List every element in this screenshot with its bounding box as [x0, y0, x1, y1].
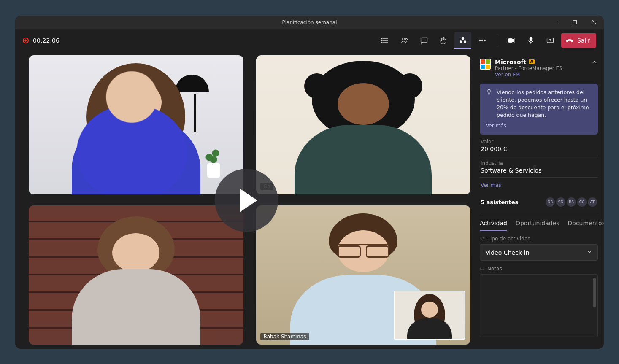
company-subtitle: Partner - ForceManager ES	[495, 65, 587, 71]
account-type-badge: A	[529, 59, 535, 64]
participant-video	[29, 205, 243, 345]
hangup-icon	[565, 36, 574, 45]
company-name: Microsoft	[495, 59, 526, 65]
svg-point-10	[403, 38, 405, 40]
close-button[interactable]	[584, 16, 604, 29]
activity-type-label: Tipo de actividad	[480, 236, 598, 242]
tip-text: Viendo los pedidos anteriores del client…	[497, 89, 592, 119]
recording-indicator: 00:22:06	[23, 37, 59, 44]
notes-textarea[interactable]	[480, 274, 598, 337]
tab-activity[interactable]: Actividad	[480, 216, 507, 231]
value-amount: 20.000 €	[481, 146, 597, 152]
svg-rect-20	[530, 37, 532, 41]
leave-button[interactable]: Salir	[561, 33, 596, 48]
value-label: Valor	[481, 139, 597, 145]
svg-point-15	[464, 40, 466, 43]
teams-meeting-window: Planificación semanal 00:22:06 Salir	[15, 16, 604, 349]
video-tile-4[interactable]: Babak Shammas	[256, 205, 471, 345]
panel-tabs: Actividad Oportunidades Documentos	[480, 213, 598, 231]
svg-rect-19	[508, 38, 512, 42]
titlebar-title: Planificación semanal	[282, 19, 337, 25]
attendee-chip[interactable]: AT	[588, 197, 597, 207]
participant-name-tag: Babak Shammas	[260, 333, 310, 340]
raise-hand-button[interactable]	[435, 32, 452, 49]
insight-tip-card: Viendo los pedidos anteriores del client…	[480, 84, 598, 135]
notes-row: Notas	[480, 266, 598, 337]
svg-point-14	[460, 40, 462, 43]
leave-label: Salir	[577, 37, 590, 44]
activity-type-row: Tipo de actividad Video Check-in	[480, 236, 598, 261]
svg-point-17	[481, 40, 483, 41]
attendee-chip[interactable]: CC	[577, 197, 587, 207]
chat-bubble-icon	[480, 266, 485, 271]
titlebar: Planificación semanal	[15, 16, 604, 29]
svg-point-9	[381, 42, 382, 43]
attendee-chip[interactable]: DB	[546, 197, 555, 207]
meeting-toolbar: 00:22:06 Salir	[15, 29, 604, 52]
svg-point-8	[381, 40, 382, 41]
notes-label: Notas	[480, 266, 598, 272]
participants-button[interactable]	[396, 32, 413, 49]
details-more-link[interactable]: Ver más	[481, 182, 501, 188]
self-view-pip[interactable]	[394, 291, 465, 340]
value-field: Valor 20.000 €	[480, 135, 598, 156]
body: Ch Babak Shammas	[15, 52, 604, 349]
lightbulb-icon	[486, 89, 492, 119]
share-screen-button[interactable]	[542, 32, 559, 49]
svg-point-13	[462, 37, 464, 39]
attendees-label: 5 asistentes	[481, 199, 518, 205]
record-icon	[23, 38, 29, 43]
maximize-button[interactable]	[565, 16, 584, 29]
chevron-down-icon	[587, 249, 592, 256]
sparkle-icon	[480, 236, 485, 241]
activity-type-value: Video Check-in	[485, 249, 530, 256]
video-tile-2[interactable]: Ch	[256, 55, 471, 194]
microsoft-logo-icon	[480, 59, 491, 70]
industry-value: Software & Servicios	[481, 167, 597, 174]
open-in-fm-link[interactable]: Ver en FM	[495, 72, 520, 78]
svg-point-18	[484, 40, 485, 41]
mic-button[interactable]	[522, 32, 539, 49]
attendee-chip[interactable]: BS	[567, 197, 576, 207]
video-tile-1[interactable]	[29, 55, 243, 194]
camera-button[interactable]	[503, 32, 520, 49]
tab-documents[interactable]: Documentos	[568, 216, 604, 231]
svg-rect-12	[421, 38, 427, 42]
industry-label: Industria	[481, 160, 597, 166]
participant-video	[29, 55, 243, 194]
activity-type-select[interactable]: Video Check-in	[480, 244, 598, 261]
attendee-chips: DB SD BS CC AT	[546, 197, 597, 207]
svg-point-11	[405, 38, 407, 40]
svg-rect-1	[573, 21, 576, 24]
chat-button[interactable]	[416, 32, 432, 49]
recording-time: 00:22:06	[33, 37, 59, 44]
industry-field: Industria Software & Servicios	[480, 156, 598, 178]
layout-button[interactable]	[377, 32, 394, 49]
panel-header: Microsoft A Partner - ForceManager ES Ve…	[480, 59, 598, 78]
apps-button[interactable]	[454, 32, 471, 49]
participant-video	[256, 55, 471, 194]
collapse-panel-button[interactable]	[591, 59, 598, 67]
play-button[interactable]	[215, 169, 278, 232]
svg-point-7	[381, 38, 382, 39]
minimize-button[interactable]	[546, 16, 565, 29]
window-controls	[546, 16, 604, 29]
tip-more-link[interactable]: Ver más	[486, 122, 592, 129]
more-options-button[interactable]	[474, 32, 491, 49]
video-grid-wrap: Ch Babak Shammas	[15, 52, 477, 349]
separator	[497, 35, 497, 46]
attendee-chip[interactable]: SD	[556, 197, 565, 207]
scrollbar[interactable]	[593, 278, 596, 307]
svg-point-16	[479, 40, 481, 41]
side-panel: Microsoft A Partner - ForceManager ES Ve…	[477, 52, 604, 349]
tab-opportunities[interactable]: Oportunidades	[516, 216, 560, 231]
attendees-row: 5 asistentes DB SD BS CC AT	[480, 192, 598, 213]
video-tile-3[interactable]	[29, 205, 243, 345]
